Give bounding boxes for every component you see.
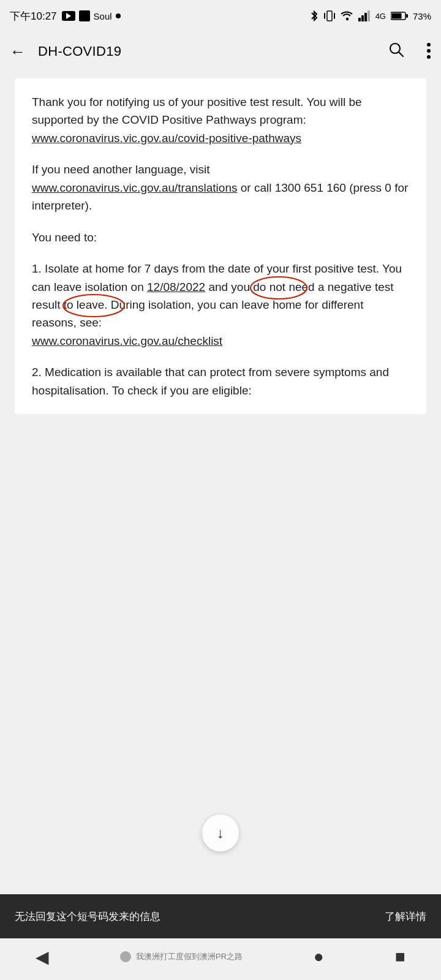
svg-rect-8 [391, 13, 401, 19]
recents-nav-button[interactable]: ■ [395, 947, 405, 967]
cannot-reply-bar: 无法回复这个短号码发来的信息 了解详情 [0, 894, 441, 938]
covid-pathways-link[interactable]: www.coronavirus.vic.gov.au/covid-positiv… [32, 132, 301, 145]
svg-point-14 [427, 55, 431, 59]
app-bar: ← DH-COVID19 [0, 32, 441, 71]
paragraph-5-text: 2. Medication is available that can prot… [32, 366, 389, 396]
youtube-icon [62, 11, 75, 21]
svg-rect-6 [368, 10, 370, 21]
svg-rect-9 [406, 14, 408, 18]
conversation-title: DH-COVID19 [38, 43, 376, 59]
status-right: 4G 73% [309, 9, 431, 23]
paragraph-1: Thank you for notifying us of your posit… [32, 93, 409, 147]
circled-to-leave: to leave. [64, 298, 108, 311]
svg-rect-4 [361, 15, 364, 21]
svg-rect-5 [364, 13, 367, 21]
checklist-link[interactable]: www.coronavirus.vic.gov.au/checklist [32, 334, 222, 347]
svg-point-13 [427, 49, 431, 53]
watermark-text: 我澳洲打工度假到澳洲PR之路 [136, 951, 243, 962]
status-bar: 下午10:27 Soul 4G [0, 0, 441, 32]
app-indicators: Soul [62, 10, 121, 21]
vibrate-icon [324, 9, 335, 23]
network-type: 4G [375, 12, 386, 21]
paragraph-3: You need to: [32, 228, 409, 246]
home-nav-button[interactable]: ● [314, 947, 324, 967]
notification-dot [116, 13, 121, 18]
watermark-icon [120, 951, 131, 962]
message-content: Thank you for notifying us of your posit… [32, 93, 409, 399]
paragraph-2: If you need another language, visit www.… [32, 160, 409, 214]
scroll-arrow-icon: ↓ [217, 824, 224, 842]
back-nav-button[interactable]: ◀ [36, 947, 49, 967]
paragraph-2-pre: If you need another language, visit [32, 163, 209, 176]
learn-more-link[interactable]: 了解详情 [385, 910, 426, 924]
translations-link[interactable]: www.coronavirus.vic.gov.au/translations [32, 181, 237, 194]
more-options-button[interactable] [426, 42, 431, 60]
search-button[interactable] [388, 42, 404, 61]
watermark-area: 我澳洲打工度假到澳洲PR之路 [120, 951, 243, 962]
paragraph-1-text: Thank you for notifying us of your posit… [32, 96, 362, 126]
svg-line-11 [399, 52, 403, 56]
bluetooth-icon [309, 9, 319, 23]
app-icon [79, 10, 90, 21]
paragraph-5: 2. Medication is available that can prot… [32, 363, 409, 399]
message-bubble: Thank you for notifying us of your posit… [15, 78, 426, 414]
status-left: 下午10:27 Soul [10, 9, 121, 23]
soul-app-label: Soul [94, 11, 112, 21]
cannot-reply-text: 无法回复这个短号码发来的信息 [15, 910, 160, 924]
time-display: 下午10:27 [10, 9, 57, 23]
more-icon [426, 42, 431, 59]
navigation-bar: ◀ 我澳洲打工度假到澳洲PR之路 ● ■ [0, 938, 441, 980]
battery-icon [391, 11, 408, 21]
wifi-icon [340, 10, 353, 21]
back-button[interactable]: ← [10, 43, 26, 59]
svg-point-12 [427, 43, 431, 47]
scroll-down-button[interactable]: ↓ [202, 815, 239, 851]
paragraph-4: 1. Isolate at home for 7 days from the d… [32, 260, 409, 350]
signal-icon [358, 10, 371, 21]
paragraph-4-mid: and you [205, 281, 253, 293]
svg-rect-0 [327, 11, 332, 21]
isolation-date: 12/08/2022 [147, 281, 205, 293]
svg-rect-3 [358, 18, 361, 21]
circled-do-not: do not [253, 281, 285, 293]
battery-percent: 73% [413, 11, 431, 21]
paragraph-3-text: You need to: [32, 231, 97, 244]
search-icon [388, 42, 404, 58]
